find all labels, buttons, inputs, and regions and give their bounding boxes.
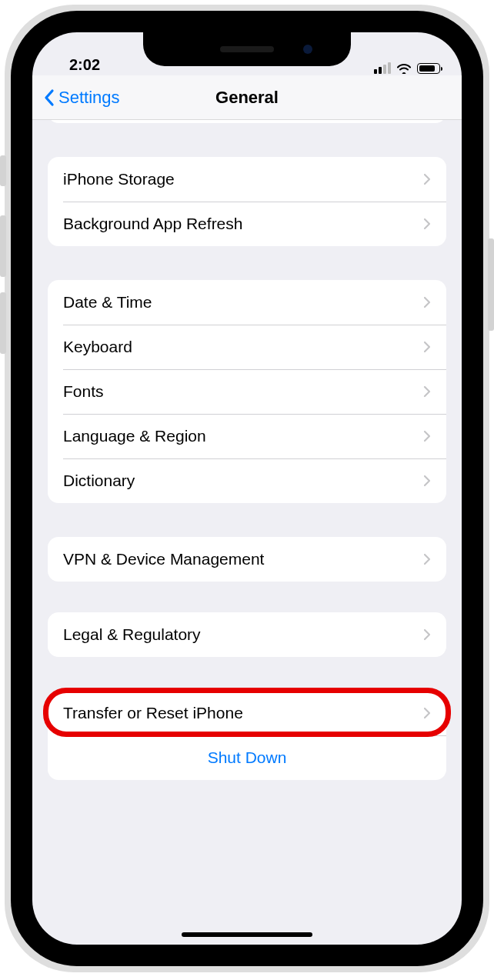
row-label: Fonts [63,382,104,401]
chevron-right-icon [423,475,431,487]
speaker-grille [220,46,274,52]
chevron-right-icon [423,385,431,398]
cellular-signal-icon [374,62,391,74]
status-icons [374,62,440,74]
row-label: Legal & Regulatory [63,625,201,644]
chevron-right-icon [423,430,431,442]
silence-switch [0,155,6,186]
volume-up-button [0,215,6,277]
row-label: Transfer or Reset iPhone [63,704,243,722]
chevron-right-icon [423,707,431,719]
row-vpn-device-management[interactable]: VPN & Device Management [48,537,446,582]
page-title: General [215,88,279,108]
row-label: VPN & Device Management [63,550,264,568]
row-label: Shut Down [208,748,287,767]
chevron-right-icon [423,173,431,185]
row-language-region[interactable]: Language & Region [48,414,446,458]
chevron-left-icon [43,88,55,107]
volume-down-button [0,292,6,354]
row-label: Background App Refresh [63,215,242,233]
navigation-bar: Settings General [32,75,462,120]
chevron-right-icon [423,218,431,230]
chevron-right-icon [423,628,431,641]
home-indicator[interactable] [182,932,312,937]
row-label: Date & Time [63,293,152,312]
row-legal-regulatory[interactable]: Legal & Regulatory [48,612,446,657]
chevron-right-icon [423,553,431,565]
settings-group: VPN & Device Management [48,537,446,582]
front-camera [303,45,312,54]
settings-group: Legal & Regulatory [48,612,446,657]
wifi-icon [396,63,412,74]
settings-group: iPhone Storage Background App Refresh [48,157,446,246]
row-keyboard[interactable]: Keyboard [48,325,446,369]
status-time: 2:02 [54,56,115,74]
content-scroll[interactable]: CarPlay iPhone Storage Background App Re… [32,120,462,945]
settings-group: Date & Time Keyboard Fonts Language & Re… [48,280,446,503]
settings-group: CarPlay [48,120,446,123]
row-shut-down[interactable]: Shut Down [48,735,446,780]
settings-group: Transfer or Reset iPhone Shut Down [48,691,446,780]
row-iphone-storage[interactable]: iPhone Storage [48,157,446,202]
chevron-right-icon [423,296,431,308]
row-date-time[interactable]: Date & Time [48,280,446,325]
row-fonts[interactable]: Fonts [48,369,446,414]
row-label: Keyboard [63,338,132,356]
back-button[interactable]: Settings [43,75,120,119]
row-transfer-or-reset-iphone[interactable]: Transfer or Reset iPhone [48,691,446,735]
row-label: Dictionary [63,472,135,490]
battery-icon [417,63,440,74]
notch [143,32,351,66]
back-label: Settings [58,88,120,108]
row-dictionary[interactable]: Dictionary [48,458,446,503]
row-label: iPhone Storage [63,170,175,188]
row-background-app-refresh[interactable]: Background App Refresh [48,202,446,246]
row-carplay[interactable]: CarPlay [48,120,446,123]
power-button [488,238,494,331]
screen: 2:02 Settings General CarPlay [32,32,462,945]
chevron-right-icon [423,341,431,353]
row-label: Language & Region [63,427,206,445]
